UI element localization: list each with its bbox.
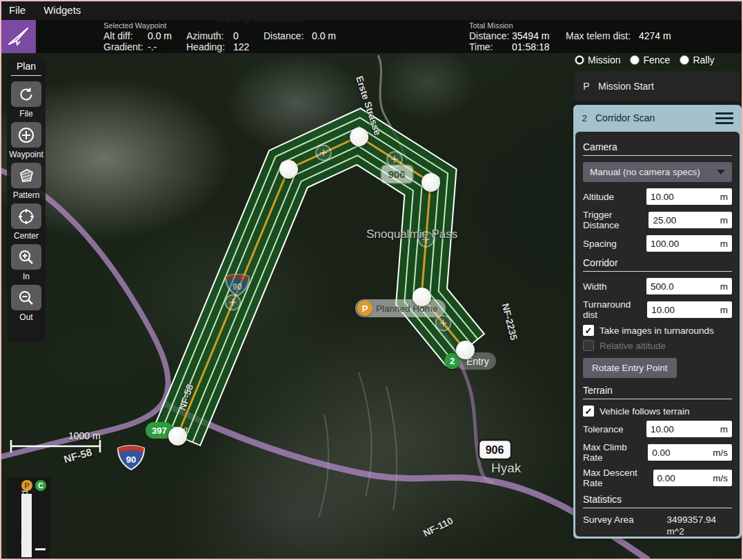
radio-selected-icon [575, 55, 584, 65]
waypoint-drag-circle[interactable] [279, 160, 298, 179]
hamburger-menu-icon[interactable] [715, 112, 733, 124]
max-descent-rate-row: Max Descent Rate 0.00 m/s [583, 468, 732, 488]
plus-circle-icon [17, 126, 35, 144]
statistics-section-header: Statistics [583, 494, 732, 505]
alt-diff-label: Alt diff: [103, 30, 148, 41]
plan-toolstrip: Plan File Waypoint Pattern Center [7, 57, 46, 342]
max-descent-rate-field[interactable]: 0.00 m/s [653, 470, 732, 486]
interstate-90-shield: 90 [118, 446, 144, 470]
tolerance-field[interactable]: 10.00 m [646, 421, 732, 437]
chevron-down-icon [717, 170, 725, 174]
waypoint-drag-circle[interactable] [422, 173, 440, 192]
altitude-field[interactable]: 10.00 m [646, 188, 732, 205]
selected-waypoint-group: Selected Waypoint Alt diff: 0.0 m Gradie… [103, 21, 350, 52]
tm-time-label: Time: [469, 41, 512, 52]
radio-icon [630, 55, 640, 65]
relative-altitude-checkbox[interactable]: Relative altitude [583, 340, 732, 351]
corridor-scan-header[interactable]: 2 Corridor Scan [573, 105, 742, 131]
paper-plane-icon [7, 26, 30, 48]
tool-center-label: Center [14, 231, 39, 241]
camera-section-header: Camera [583, 141, 732, 152]
menu-file[interactable]: File [9, 4, 26, 16]
route-shield-906-bottom-text: 906 [486, 444, 504, 456]
plan-title: Plan [7, 61, 46, 75]
waypoint-drag-circle[interactable] [413, 288, 431, 306]
tm-distance-value: 35494 m [512, 30, 566, 41]
tool-center[interactable]: Center [7, 203, 46, 241]
tool-zoom-out[interactable]: Out [7, 285, 46, 322]
trigger-distance-row: Trigger Distance 25.00 m [583, 210, 732, 230]
gradient-value: -.- [148, 41, 186, 52]
terrain-planned-badge: P [21, 480, 32, 491]
place-label-snoqualmie-pass: Snoqualmie Pass [366, 228, 457, 241]
mode-rally[interactable]: Rally [680, 54, 714, 66]
tool-pattern[interactable]: Pattern [7, 163, 46, 200]
total-mission-group: Total Mission Distance: 35494 m Time: 01… [469, 21, 679, 52]
spacing-field[interactable]: 100.00 m [646, 235, 732, 252]
waypoint-drag-circle[interactable] [350, 128, 368, 146]
tool-zoom-in[interactable]: In [7, 244, 46, 281]
terrain-calculated-badge: C [35, 480, 46, 491]
tm-distance-label: Distance: [469, 30, 512, 41]
corridor-scan-item: 2 Corridor Scan Camera Manual (no camera… [573, 105, 742, 539]
corridor-scan-title: Corridor Scan [595, 112, 715, 123]
turnaround-dist-row: Turnaround dist 10.00 m [583, 299, 732, 320]
tool-zoom-in-label: In [23, 272, 30, 281]
max-climb-rate-field[interactable]: 0.00 m/s [648, 444, 732, 461]
place-label-hyak: Hyak [491, 461, 521, 476]
camera-select-dropdown[interactable]: Manual (no camera specs) [583, 162, 732, 182]
mission-start-item[interactable]: P Mission Start [575, 71, 740, 101]
max-climb-rate-row: Max Climb Rate 0.00 m/s [583, 442, 732, 463]
center-crosshair-icon [17, 208, 35, 226]
take-images-turnarounds-checkbox[interactable]: ✓ Take images in turnarounds [583, 325, 732, 336]
tool-zoom-out-label: Out [19, 312, 32, 322]
turnaround-dist-field[interactable]: 10.00 m [647, 301, 732, 318]
mode-mission[interactable]: Mission [575, 54, 620, 66]
road-i90-path [0, 169, 648, 560]
top-toolbar: Selected Waypoint Alt diff: 0.0 m Gradie… [0, 20, 743, 53]
vehicle-follows-terrain-checkbox[interactable]: ✓ Vehicle follows terrain [583, 406, 732, 417]
tool-pattern-label: Pattern [13, 190, 40, 200]
tolerance-row: Tolerance 10.00 m [583, 421, 732, 437]
rotate-entry-point-button[interactable]: Rotate Entry Point [583, 358, 677, 378]
terrain-altitude-bar [21, 494, 32, 557]
checkbox-checked-icon: ✓ [583, 406, 594, 417]
terrain-altitude-tick [35, 548, 46, 550]
zoom-out-icon [18, 290, 34, 306]
menu-bar: File Widgets [0, 0, 743, 20]
checkbox-checked-icon: ✓ [583, 325, 594, 336]
selected-waypoint-title: Selected Waypoint [103, 21, 350, 30]
menu-widgets[interactable]: Widgets [43, 4, 81, 16]
corridor-scan-editor: Camera Manual (no camera specs) Altitude… [575, 132, 740, 537]
sw-distance-label: Distance: [264, 30, 312, 41]
mode-fence[interactable]: Fence [630, 54, 670, 66]
sync-icon [18, 86, 34, 103]
alt-diff-value: 0.0 m [148, 30, 186, 41]
zoom-in-icon [18, 249, 34, 266]
heading-value: 122 [233, 41, 264, 52]
mission-start-label: Mission Start [598, 81, 654, 92]
tool-file[interactable]: File [7, 81, 46, 119]
plan-mode-selector: Mission Fence Rally [575, 54, 739, 66]
svg-text:90: 90 [232, 282, 242, 292]
azimuth-value: 0 [233, 30, 264, 41]
spacing-row: Spacing 100.00 m [583, 235, 732, 252]
total-mission-title: Total Mission [469, 21, 679, 30]
tool-waypoint[interactable]: Waypoint [7, 122, 46, 159]
waypoint-drag-circle[interactable] [456, 341, 475, 359]
heading-label: Heading: [186, 41, 233, 52]
gradient-label: Gradient: [103, 41, 148, 52]
planned-home-icon[interactable]: P [357, 301, 373, 316]
waypoint-drag-circle[interactable] [168, 427, 187, 446]
max-telem-label: Max telem dist: [566, 30, 639, 41]
qgc-logo-button[interactable] [1, 20, 36, 53]
ski-trails [319, 372, 397, 517]
survey-area-row: Survey Area 3499357.94 m^2 [583, 514, 732, 537]
trigger-distance-field[interactable]: 25.00 m [648, 212, 732, 228]
radio-icon [680, 55, 689, 65]
route-shield-906-top: 906 [381, 165, 413, 183]
route-shield-906-bottom: 906 [479, 440, 511, 459]
width-field[interactable]: 500.0 m [646, 278, 732, 294]
terrain-section-header: Terrain [583, 385, 732, 396]
tool-file-label: File [19, 109, 32, 119]
